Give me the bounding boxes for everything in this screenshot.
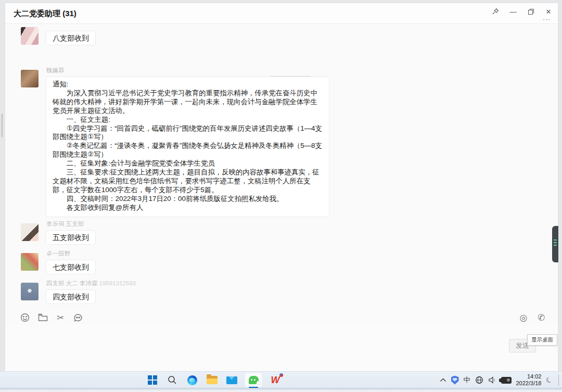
screenshot-root: 大二党委助理 (31) — ✕ ··· 八支部收到 星期三 19:48: [0, 0, 562, 392]
message-bubble[interactable]: 七支部收到: [46, 260, 96, 274]
screenshot-scissors-icon[interactable]: ✂: [55, 312, 66, 323]
video-call-icon[interactable]: ✆: [536, 312, 546, 323]
taskbar-app-icons: W: [146, 373, 282, 387]
security-shield-icon[interactable]: [451, 375, 459, 385]
chat-message-area: 八支部收到 星期三 19:48 魏姵蓉 通知: 为深入贯彻习近平总书记关于党史学…: [5, 24, 558, 311]
wps-office-icon[interactable]: W: [269, 373, 282, 387]
more-options-button[interactable]: ···: [543, 16, 551, 23]
message-bubble[interactable]: 四支部收到: [46, 289, 96, 304]
scrollbar-thumb[interactable]: [1, 113, 3, 137]
wechat-window: 大二党委助理 (31) — ✕ ··· 八支部收到 星期三 19:48: [5, 3, 558, 371]
network-globe-icon[interactable]: [475, 375, 483, 385]
file-explorer-icon[interactable]: [205, 373, 219, 387]
notice-line: 为深入贯彻习近平总书记关于党史学习教育的重要指示精神，传承党在奋斗历史中铸就的伟…: [53, 89, 323, 116]
title-bar: 大二党委助理 (31) — ✕ ···: [5, 3, 558, 24]
notice-message-bubble[interactable]: 通知: 为深入贯彻习近平总书记关于党史学习教育的重要指示精神，传承党在奋斗历史中…: [46, 77, 329, 217]
clock-time: 14:02: [516, 373, 542, 380]
voice-call-icon[interactable]: ◎: [518, 312, 529, 323]
toolbar-left-icons: ✂: [20, 312, 83, 323]
side-dock-handle[interactable]: [552, 226, 558, 262]
avatar[interactable]: [21, 27, 39, 45]
camera-device-icon[interactable]: [501, 375, 512, 385]
search-icon[interactable]: [165, 373, 179, 387]
toolbar-right-icons: ◎ ✆: [518, 312, 546, 323]
avatar[interactable]: [21, 283, 39, 300]
sender-phone-number: 19591312593: [99, 280, 136, 286]
ime-language-indicator[interactable]: 中: [464, 375, 470, 385]
sender-name: 李乐琪 五支部: [46, 220, 84, 228]
mail-icon[interactable]: [225, 373, 238, 387]
file-folder-icon[interactable]: [37, 312, 48, 323]
avatar[interactable]: [21, 223, 39, 241]
focus-assist-moon-icon[interactable]: ☾: [544, 374, 555, 386]
notice-line: 四、交稿时间：2022年3月17日20：00前将纸质版征文拍照私发给我。: [53, 195, 323, 204]
notice-line: ②冬奥记忆篇：“漫谈冬奥，凝聚青春”围绕冬奥会弘扬女足精神及冬奥精神（5—8支部…: [53, 142, 323, 159]
chat-history-icon[interactable]: [73, 312, 83, 323]
restore-button[interactable]: [523, 4, 538, 19]
avatar[interactable]: [21, 253, 39, 271]
windows-taskbar: W 中 14:02 2022/3/18 ☾: [0, 371, 562, 388]
sender-name: 卓一田野: [46, 250, 70, 258]
notice-line: 各支部收到回复@所有人: [53, 204, 323, 212]
message-bubble[interactable]: 五支部收到: [46, 230, 96, 245]
screen-bottom-edge: [0, 388, 562, 392]
avatar[interactable]: [21, 70, 39, 87]
wechat-icon-active[interactable]: [245, 373, 262, 387]
tray-chevron-up-icon[interactable]: [440, 375, 446, 385]
clock-date: 2022/3/18: [516, 380, 542, 387]
notice-line: ①四史学习篇：“回首四史，砥砺前行”围绕党的百年发展历史讲述四史故事（1—4支部…: [53, 124, 323, 142]
notice-line: 二、征集对象:会计与金融学院党委全体学生党员: [53, 159, 323, 168]
chat-title: 大二党委助理 (31): [14, 9, 76, 19]
minimize-button[interactable]: —: [506, 4, 520, 19]
emoji-icon[interactable]: [20, 312, 30, 323]
notice-line: 通知:: [53, 80, 323, 89]
show-desktop-tooltip: 显示桌面: [527, 334, 557, 346]
volume-speaker-icon[interactable]: [488, 375, 496, 385]
pin-icon[interactable]: [488, 4, 503, 19]
system-tray: 中 14:02 2022/3/18 ☾: [440, 372, 559, 388]
sender-name-text: 四支部 大二 李沛霖: [46, 280, 97, 286]
notice-line: 三、征集要求:征文围绕上述两大主题，题目自拟，反映的内容故事和事迹真实，征文题材…: [53, 168, 323, 195]
taskbar-clock[interactable]: 14:02 2022/3/18: [516, 373, 542, 387]
edge-browser-icon[interactable]: [185, 373, 199, 387]
message-bubble[interactable]: 八支部收到: [46, 31, 96, 45]
show-desktop-edge-button[interactable]: [558, 374, 559, 386]
notice-line: 一、征文主题:: [53, 116, 323, 124]
input-toolbar: ✂ ◎ ✆: [5, 311, 558, 325]
message-input-area[interactable]: [5, 325, 558, 371]
start-button-icon[interactable]: [146, 373, 159, 387]
sender-name: 魏姵蓉: [46, 67, 65, 74]
sender-name: 四支部 大二 李沛霖 19591312593: [46, 280, 136, 287]
